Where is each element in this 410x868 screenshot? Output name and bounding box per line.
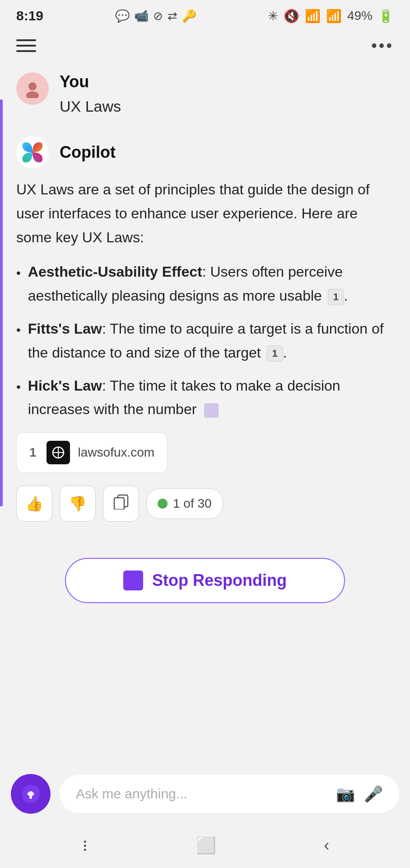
- dnd-icon: ⊘: [153, 9, 163, 23]
- thumbs-up-button[interactable]: 👍: [16, 486, 52, 522]
- chat-input-field[interactable]: Ask me anything... 📷 🎤: [60, 775, 399, 813]
- user-avatar: [16, 72, 49, 105]
- bottom-input-bar: Ask me anything... 📷 🎤: [0, 765, 410, 823]
- bullet-icon: •: [16, 320, 21, 340]
- user-name-label: You: [60, 72, 121, 91]
- battery-icon: 🔋: [378, 9, 394, 24]
- copy-icon: [113, 494, 129, 513]
- bullet-icon: •: [16, 263, 21, 283]
- input-placeholder: Ask me anything...: [76, 786, 187, 802]
- user-message: You UX Laws: [16, 72, 394, 118]
- source-url: lawsofux.com: [78, 442, 155, 463]
- loading-indicator: [204, 403, 219, 418]
- status-bar: 8:19 💬 📹 ⊘ ⇄ 🔑 ✳ 🔇 📶 📶 49% 🔋: [0, 0, 410, 28]
- source-favicon: [47, 441, 70, 464]
- list-item: • Hick's Law: The time it takes to make …: [16, 374, 394, 422]
- bullet-icon: •: [16, 377, 21, 397]
- green-dot-icon: [158, 499, 168, 509]
- copy-button[interactable]: [103, 486, 139, 522]
- nav-home-icon[interactable]: ⬜: [196, 836, 216, 855]
- status-icons: 💬 📹 ⊘ ⇄ 🔑: [115, 9, 196, 23]
- battery-label: 49%: [347, 9, 373, 23]
- cite-badge-2[interactable]: 1: [267, 345, 283, 362]
- new-chat-button[interactable]: [11, 774, 51, 814]
- stop-responding-area: Stop Responding: [0, 558, 410, 603]
- copilot-name-label: Copilot: [60, 143, 116, 162]
- user-message-content: You UX Laws: [60, 72, 121, 118]
- list-item: • Fitts's Law: The time to acquire a tar…: [16, 317, 394, 365]
- camera-icon[interactable]: 📷: [336, 785, 355, 803]
- mute-icon: 🔇: [284, 9, 299, 24]
- law-1-term: Aesthetic-Usability Effect: [28, 264, 202, 280]
- stop-responding-label: Stop Responding: [152, 571, 287, 590]
- messenger-icon: 💬: [115, 9, 130, 23]
- nav-back-icon[interactable]: ‹: [324, 836, 329, 855]
- law-2-text: Fitts's Law: The time to acquire a targe…: [28, 317, 394, 365]
- video-icon: 📹: [134, 9, 149, 23]
- user-message-text: UX Laws: [60, 95, 121, 118]
- copilot-avatar: [16, 136, 49, 169]
- left-accent-bar: [0, 99, 3, 506]
- cite-badge-1[interactable]: 1: [328, 289, 344, 305]
- law-2-term: Fitts's Law: [28, 321, 102, 337]
- law-3-text: Hick's Law: The time it takes to make a …: [28, 374, 394, 422]
- copilot-header: Copilot: [16, 136, 394, 169]
- bluetooth-icon: ✳: [268, 9, 278, 24]
- stop-responding-button[interactable]: Stop Responding: [65, 558, 345, 603]
- microphone-icon[interactable]: 🎤: [364, 785, 383, 803]
- top-nav: •••: [0, 28, 410, 63]
- nav-recents-icon[interactable]: ⫶: [81, 836, 89, 855]
- svg-point-0: [28, 82, 37, 90]
- thumbs-down-button[interactable]: 👎: [60, 486, 96, 522]
- copilot-body: UX Laws are a set of principles that gui…: [16, 178, 394, 522]
- chat-container: You UX Laws: [0, 63, 410, 558]
- more-options-button[interactable]: •••: [371, 36, 394, 55]
- source-card[interactable]: 1 lawsofux.com: [16, 432, 168, 473]
- copilot-message: Copilot UX Laws are a set of principles …: [16, 136, 394, 522]
- law-3-term: Hick's Law: [28, 377, 102, 394]
- key-icon: 🔑: [182, 9, 196, 23]
- status-right: ✳ 🔇 📶 📶 49% 🔋: [268, 9, 394, 24]
- progress-badge: 1 of 30: [146, 488, 223, 519]
- ux-laws-list: • Aesthetic-Usability Effect: Users ofte…: [16, 260, 394, 421]
- law-1-text: Aesthetic-Usability Effect: Users often …: [28, 260, 394, 308]
- nav-bar: ⫶ ⬜ ‹: [0, 823, 410, 868]
- input-icons: 📷 🎤: [336, 785, 383, 803]
- progress-label: 1 of 30: [173, 493, 212, 514]
- svg-point-8: [29, 796, 32, 799]
- hamburger-menu-button[interactable]: [16, 39, 36, 52]
- transfer-icon: ⇄: [168, 9, 177, 23]
- thumbs-down-icon: 👎: [69, 495, 87, 512]
- source-number: 1: [29, 442, 37, 463]
- wifi-icon: 📶: [305, 9, 321, 24]
- status-time: 8:19: [16, 8, 43, 24]
- copilot-intro: UX Laws are a set of principles that gui…: [16, 178, 394, 249]
- signal-icon: 📶: [326, 9, 342, 24]
- stop-icon: [123, 571, 143, 590]
- svg-rect-6: [114, 498, 124, 509]
- svg-point-1: [26, 91, 39, 98]
- thumbs-up-icon: 👍: [25, 495, 43, 512]
- list-item: • Aesthetic-Usability Effect: Users ofte…: [16, 260, 394, 308]
- action-row: 👍 👎 1 of 30: [16, 486, 394, 522]
